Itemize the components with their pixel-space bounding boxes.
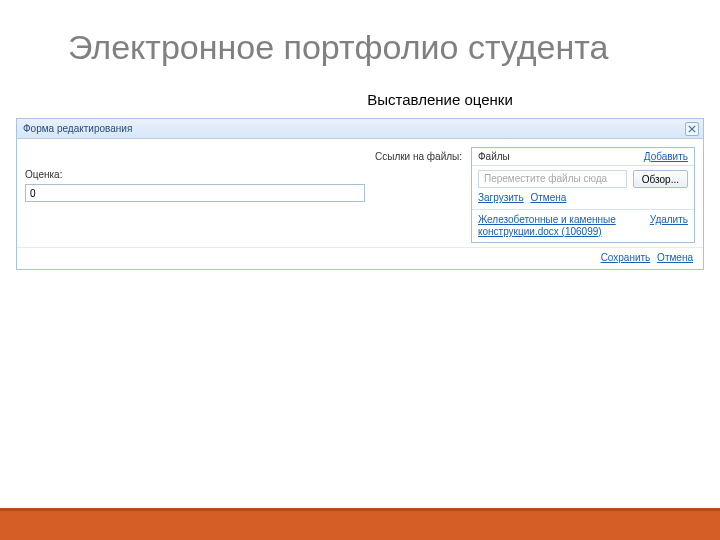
file-list-item: Железобетонные и каменные конструкции.do… [472, 209, 694, 242]
page-subtitle: Выставление оценки [0, 91, 720, 108]
dialog-footer: Сохранить Отмена [17, 247, 703, 269]
dialog-title: Форма редактирования [23, 123, 132, 134]
files-label: Ссылки на файлы: [375, 151, 462, 162]
files-panel: Файлы Добавить Переместите файлы сюда Об… [471, 147, 695, 243]
dialog-body: Оценка: Ссылки на файлы: Файлы Добавить … [17, 139, 703, 247]
files-header: Файлы Добавить [472, 148, 694, 166]
file-name-link[interactable]: Железобетонные и каменные конструкции.do… [478, 214, 650, 238]
grade-input[interactable] [25, 184, 365, 202]
cancel-button[interactable]: Отмена [657, 252, 693, 263]
cancel-upload-link[interactable]: Отмена [530, 192, 566, 203]
right-column: Ссылки на файлы: Файлы Добавить Перемест… [375, 147, 695, 243]
edit-form-dialog: Форма редактирования Оценка: Ссылки на ф… [16, 118, 704, 270]
slide-footer-bar [0, 508, 720, 540]
dialog-titlebar: Форма редактирования [17, 119, 703, 139]
file-dropzone[interactable]: Переместите файлы сюда [478, 170, 627, 188]
files-header-label: Файлы [478, 151, 510, 162]
browse-button[interactable]: Обзор... [633, 170, 688, 188]
upload-actions: Загрузить Отмена [472, 192, 694, 209]
upload-row: Переместите файлы сюда Обзор... [472, 166, 694, 192]
left-column: Оценка: [25, 147, 365, 243]
save-button[interactable]: Сохранить [601, 252, 651, 263]
delete-file-link[interactable]: Удалить [650, 214, 688, 226]
grade-label: Оценка: [25, 169, 365, 180]
add-file-link[interactable]: Добавить [644, 151, 688, 162]
close-button[interactable] [685, 122, 699, 136]
upload-link[interactable]: Загрузить [478, 192, 524, 203]
close-icon [688, 125, 696, 133]
page-title: Электронное портфолио студента [0, 0, 720, 67]
